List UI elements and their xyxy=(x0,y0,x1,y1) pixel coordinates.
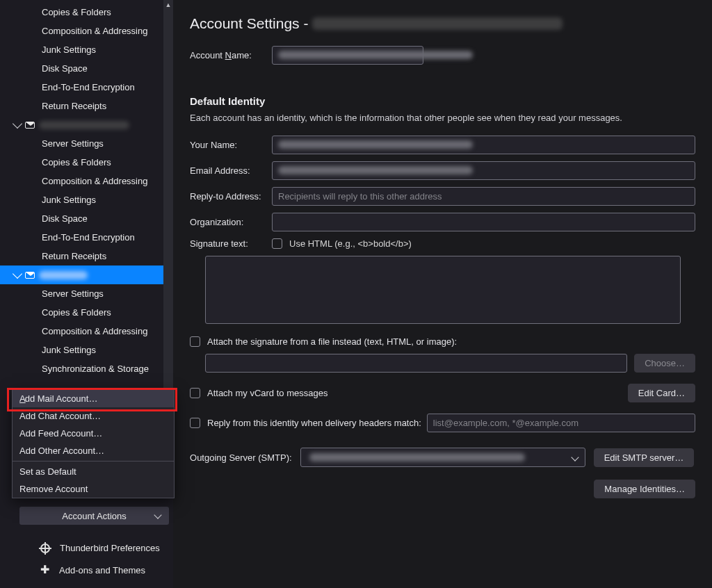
sidebar-item-composition[interactable]: Composition & Addressing xyxy=(0,322,173,341)
mail-icon xyxy=(25,122,35,129)
sidebar-footer: Thunderbird Preferences ✚ Add-ons and Th… xyxy=(0,539,173,580)
sidebar-item-copies-folders[interactable]: Copies & Folders xyxy=(0,303,173,322)
sidebar-scrollbar[interactable]: ▲ xyxy=(163,0,173,389)
replyto-label: Reply-to Address: xyxy=(190,191,272,202)
chevron-down-icon xyxy=(154,511,161,518)
sidebar-item-server-settings[interactable]: Server Settings xyxy=(0,134,173,153)
sidebar-item-sync-storage[interactable]: Synchronization & Storage xyxy=(0,359,173,378)
chevron-down-icon xyxy=(571,453,578,461)
mail-icon xyxy=(25,272,35,279)
attach-file-checkbox[interactable] xyxy=(190,336,200,347)
email-input[interactable] xyxy=(272,161,695,180)
use-html-checkbox[interactable] xyxy=(272,238,282,249)
smtp-value-redacted xyxy=(309,453,525,462)
edit-smtp-button[interactable]: Edit SMTP server… xyxy=(594,448,695,467)
attach-vcard-label: Attach my vCard to messages xyxy=(207,388,327,398)
replyto-input[interactable] xyxy=(272,187,695,206)
twisty-icon[interactable] xyxy=(13,268,22,278)
sidebar-item-e2e[interactable]: End-To-End Encryption xyxy=(0,78,173,97)
menu-set-default[interactable]: Set as Default xyxy=(13,463,174,480)
sidebar-item-junk[interactable]: Junk Settings xyxy=(0,190,173,209)
account-name-label: Account Name: xyxy=(190,50,272,60)
sidebar-account-3-selected[interactable] xyxy=(0,266,173,284)
reply-identity-checkbox[interactable] xyxy=(190,418,200,428)
account-settings-panel: Account Settings - Account Name: Default… xyxy=(173,0,712,588)
account-actions-label: Account Actions xyxy=(62,511,127,521)
account-name-input[interactable] xyxy=(272,46,423,65)
addons-themes-label: Add-ons and Themes xyxy=(59,565,145,575)
smtp-label: Outgoing Server (SMTP): xyxy=(190,452,292,463)
email-label: Email Address: xyxy=(190,165,272,176)
sidebar-item-composition[interactable]: Composition & Addressing xyxy=(0,172,173,190)
smtp-select[interactable] xyxy=(300,448,585,467)
your-name-input[interactable] xyxy=(272,136,695,154)
default-identity-heading: Default Identity xyxy=(190,95,695,107)
sidebar-item-server-settings[interactable]: Server Settings xyxy=(0,284,173,303)
sidebar-item-disk-space[interactable]: Disk Space xyxy=(0,59,173,78)
page-title: Account Settings - xyxy=(190,15,695,32)
choose-file-button[interactable]: Choose… xyxy=(634,354,695,373)
organization-label: Organization: xyxy=(190,217,272,227)
signature-textarea[interactable] xyxy=(205,256,681,324)
account-name-redacted xyxy=(39,271,88,279)
sidebar-item-copies-folders[interactable]: Copies & Folders xyxy=(0,3,173,22)
attach-vcard-checkbox[interactable] xyxy=(190,388,200,398)
sidebar-item-copies-folders[interactable]: Copies & Folders xyxy=(0,153,173,172)
account-actions-menu: Add Mail Account… Add Chat Account… Add … xyxy=(12,389,175,498)
sidebar-item-junk[interactable]: Junk Settings xyxy=(0,341,173,359)
menu-add-chat-account[interactable]: Add Chat Account… xyxy=(13,407,174,425)
sidebar-item-junk[interactable]: Junk Settings xyxy=(0,40,173,59)
sidebar-item-return-receipts[interactable]: Return Receipts xyxy=(0,97,173,115)
menu-separator xyxy=(13,461,174,462)
menu-add-mail-account[interactable]: Add Mail Account… xyxy=(13,390,174,407)
signature-label: Signature text: xyxy=(190,238,272,249)
use-html-label: Use HTML (e.g., <b>bold</b>) xyxy=(289,238,412,249)
sidebar-item-disk-space[interactable]: Disk Space xyxy=(0,209,173,228)
menu-add-other-account[interactable]: Add Other Account… xyxy=(13,442,174,459)
reply-identity-label: Reply from this identity when delivery h… xyxy=(207,418,421,428)
settings-sidebar: ▲ Copies & Folders Composition & Address… xyxy=(0,0,173,588)
title-account-redacted xyxy=(312,17,563,30)
puzzle-icon: ✚ xyxy=(40,564,49,575)
menu-remove-account[interactable]: Remove Account xyxy=(13,480,174,498)
your-name-label: Your Name: xyxy=(190,140,272,150)
edit-card-button[interactable]: Edit Card… xyxy=(628,384,695,402)
thunderbird-preferences-label: Thunderbird Preferences xyxy=(60,543,160,553)
menu-add-feed-account[interactable]: Add Feed Account… xyxy=(13,425,174,442)
addons-themes-link[interactable]: ✚ Add-ons and Themes xyxy=(0,560,173,580)
account-actions-button[interactable]: Account Actions xyxy=(19,507,169,525)
organization-input[interactable] xyxy=(272,213,695,231)
sidebar-item-return-receipts[interactable]: Return Receipts xyxy=(0,247,173,266)
default-identity-subtext: Each account has an identity, which is t… xyxy=(190,113,695,123)
signature-file-input[interactable] xyxy=(205,354,627,373)
reply-identity-input[interactable] xyxy=(427,414,695,432)
twisty-icon[interactable] xyxy=(13,118,22,128)
account-name-redacted xyxy=(39,121,129,129)
gear-icon xyxy=(40,544,50,553)
attach-file-label: Attach the signature from a file instead… xyxy=(207,336,457,347)
sidebar-item-composition[interactable]: Composition & Addressing xyxy=(0,22,173,40)
scroll-up-icon[interactable]: ▲ xyxy=(163,0,173,10)
sidebar-account-2[interactable] xyxy=(0,115,173,134)
thunderbird-preferences-link[interactable]: Thunderbird Preferences xyxy=(0,539,173,557)
manage-identities-button[interactable]: Manage Identities… xyxy=(594,480,695,498)
sidebar-item-e2e[interactable]: End-To-End Encryption xyxy=(0,228,173,247)
account-tree: Copies & Folders Composition & Addressin… xyxy=(0,0,173,378)
